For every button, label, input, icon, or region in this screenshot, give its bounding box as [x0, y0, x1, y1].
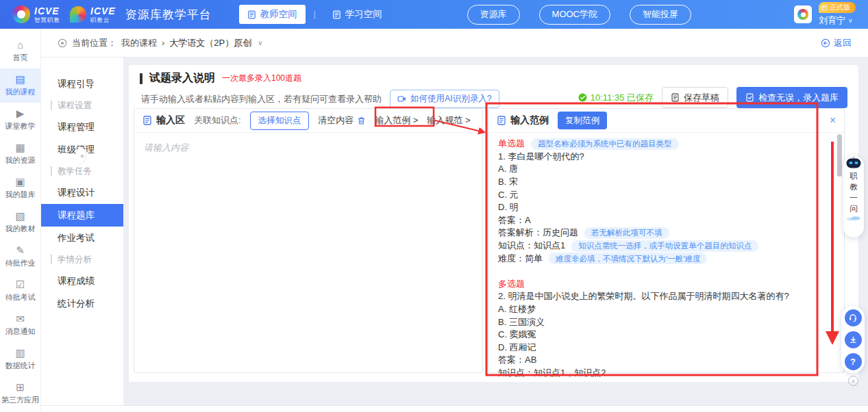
rail-item-label: 消息通知 — [5, 326, 36, 337]
cloud-decoration-icon — [846, 216, 861, 221]
peacock-logo-icon — [70, 6, 86, 23]
help-button[interactable]: ? — [845, 353, 862, 370]
robot-icon — [845, 156, 862, 169]
menu-course-question-bank[interactable]: 课程题库 — [41, 204, 123, 227]
rail-item-label: 我的教材 — [5, 224, 36, 234]
rail-item-my-question-bank[interactable]: ▣我的题库 — [0, 171, 40, 205]
location-pin-icon — [58, 38, 67, 48]
example-line-text: 答案：AB — [498, 354, 536, 366]
rail-item-my-resources[interactable]: ▦我的资源 — [0, 137, 40, 171]
input-panel: 输入区 关联知识点: 选择知识点 清空内容 输入范例 > 输入规范 > — [134, 108, 483, 373]
user-menu[interactable]: 刘育宁 ∨ — [819, 14, 853, 27]
example-line: 多选题 — [498, 278, 834, 291]
document-check-icon — [745, 93, 754, 102]
header-tabs: 教师空间|学习空间 — [239, 5, 390, 24]
ai-recognition-help-button[interactable]: 如何使用AI识别录入? — [390, 90, 499, 108]
submit-to-bank-button[interactable]: 检查无误，录入题库 — [736, 87, 847, 108]
menu-statistical-analysis[interactable]: 统计分析 — [41, 292, 123, 315]
statistics-icon: ▥ — [15, 348, 25, 358]
example-line-text: 2. 明清是中国小说史上的繁荣时期。以下作品属于明清时期四大名著的有? — [498, 290, 789, 302]
example-line: D. 西厢记 — [498, 342, 834, 355]
customer-service-button[interactable] — [845, 309, 862, 326]
icon-rail: ⌂首页▤我的课程▶课堂教学▦我的资源▣我的题库▧我的教材✎待批作业☑待批考试✉消… — [0, 29, 41, 412]
autosave-status: 10:11:35 已保存 — [578, 92, 654, 104]
rail-item-pending-exams[interactable]: ☑待批考试 — [0, 274, 40, 308]
example-hint-badge: 题型名称必须为系统中已有的题目类型 — [531, 138, 679, 150]
download-button[interactable] — [845, 331, 862, 348]
user-name: 刘育宁 — [819, 14, 845, 27]
check-circle-icon — [578, 93, 587, 102]
assistant-label-char: 职 — [850, 171, 858, 181]
input-standard-link[interactable]: 输入规范 > — [427, 114, 470, 127]
icve-swirl-logo-icon — [12, 5, 30, 23]
chevron-down-icon[interactable]: ∨ — [258, 39, 262, 47]
rail-item-home[interactable]: ⌂首页 — [0, 34, 40, 68]
menu-section-course-settings: 课程设置 — [51, 101, 123, 110]
menu-course-management[interactable]: 课程管理 — [41, 116, 123, 138]
assistant-label-char: 一 — [850, 193, 858, 203]
breadcrumb: 当前位置： 我的课程 › 大学语文（2P）原创 ∨ 返回 — [41, 29, 868, 57]
example-blank-line — [498, 265, 834, 278]
example-line-text: D. 西厢记 — [498, 342, 536, 354]
smart-screencast-button[interactable]: 智能投屏 — [630, 5, 691, 25]
example-scrollbar[interactable] — [837, 134, 842, 177]
close-icon[interactable]: × — [830, 115, 836, 126]
space-tab-icon — [247, 10, 256, 19]
app-qr-icon[interactable] — [794, 5, 812, 23]
rail-item-my-textbooks[interactable]: ▧我的教材 — [0, 205, 40, 240]
example-line: B. 宋 — [498, 176, 834, 189]
rail-item-label: 待批作业 — [5, 258, 36, 268]
floating-toolbar-close-icon[interactable]: × — [848, 376, 858, 386]
platform-title: 资源库教学平台 — [125, 7, 212, 23]
rail-item-classroom-teaching[interactable]: ▶课堂教学 — [0, 103, 40, 137]
tab-learning-space[interactable]: 学习空间 — [324, 5, 390, 24]
rail-item-third-party-apps[interactable]: ⊞第三方应用 — [0, 376, 40, 411]
example-line: 知识点：知识点1，知识点2 — [498, 367, 834, 380]
rail-item-pending-homework[interactable]: ✎待批作业 — [0, 240, 40, 274]
rail-item-label: 数据统计 — [5, 361, 36, 371]
version-badge: 正式版 — [819, 2, 856, 13]
user-area: 正式版 刘育宁 ∨ — [794, 2, 856, 27]
instruction-text: 请手动输入或者粘贴内容到输入区，若有疑问可查看录入帮助 — [141, 93, 382, 105]
headset-icon — [848, 313, 858, 322]
rail-item-label: 课堂教学 — [5, 121, 36, 131]
resource-library-button[interactable]: 资源库 — [467, 5, 520, 25]
copy-example-button[interactable]: 复制范例 — [558, 112, 607, 129]
icve-zhihuizhijiao-logo: ICVE 智慧职教 — [12, 5, 60, 23]
breadcrumb-current[interactable]: 大学语文（2P）原创 — [169, 37, 251, 49]
menu-homework-exams[interactable]: 作业考试 — [41, 227, 123, 249]
save-draft-button[interactable]: 保存草稿 — [662, 87, 728, 108]
question-input-textarea[interactable] — [134, 133, 482, 372]
input-example-link[interactable]: 输入范例 > — [375, 114, 418, 127]
textbook-icon: ▧ — [15, 211, 25, 221]
menu-section-learning-analysis: 学情分析 — [51, 255, 123, 264]
page: { "colors": { "accent": "#4378f0", "head… — [0, 0, 868, 412]
menu-course-guide[interactable]: 课程引导 — [41, 73, 123, 95]
menu-course-design[interactable]: 课程设计 — [41, 181, 123, 204]
example-line-text: 答案解析：历史问题 — [498, 227, 578, 239]
assistant-tab[interactable]: 职教一问 — [843, 155, 864, 237]
limit-note: 一次最多录入100道题 — [222, 73, 301, 84]
rail-item-notifications[interactable]: ✉消息通知 — [0, 308, 40, 342]
header-actions: 资源库MOOC学院智能投屏 — [467, 5, 691, 25]
tab-teacher-space[interactable]: 教师空间 — [239, 5, 306, 24]
back-button[interactable]: 返回 — [821, 37, 852, 49]
mooc-academy-button[interactable]: MOOC学院 — [539, 5, 610, 25]
title-accent-bar — [140, 73, 142, 84]
rail-item-data-statistics[interactable]: ▥数据统计 — [0, 342, 40, 376]
space-tab-label: 学习空间 — [345, 8, 382, 21]
rail-item-my-courses[interactable]: ▤我的课程 — [0, 68, 40, 103]
exam-icon: ☑ — [16, 279, 25, 289]
example-content: 单选题题型名称必须为系统中已有的题目类型1. 李白是哪个朝代的?A. 唐B. 宋… — [488, 133, 844, 379]
example-hint-badge: 知识点需统一选择，或手动设置单个题目的知识点 — [571, 240, 758, 252]
input-panel-title: 输入区 — [142, 114, 185, 127]
cloud-download-icon — [849, 335, 858, 344]
menu-course-grades[interactable]: 课程成绩 — [41, 270, 123, 292]
example-line-text: 知识点：知识点1 — [498, 240, 565, 252]
breadcrumb-parent[interactable]: 我的课程 — [121, 37, 157, 49]
home-icon: ⌂ — [17, 40, 23, 50]
logo1-subtitle: 智慧职教 — [34, 17, 60, 23]
clear-content-button[interactable]: 清空内容 — [318, 114, 366, 127]
select-knowledge-button[interactable]: 选择知识点 — [250, 112, 310, 130]
breadcrumb-separator: › — [162, 38, 164, 48]
